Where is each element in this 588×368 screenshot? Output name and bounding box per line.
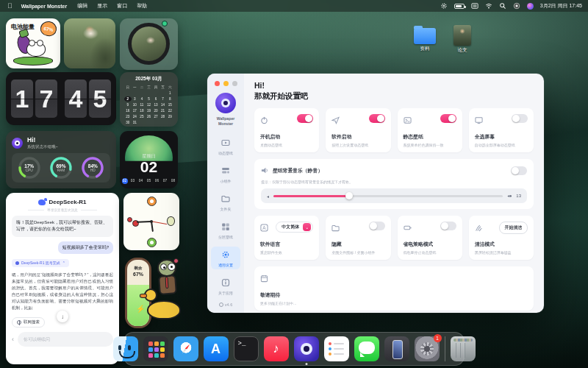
desktop-icon-file[interactable]: 论文 bbox=[446, 25, 478, 54]
language-select[interactable]: 中文简体⌄ bbox=[276, 222, 313, 233]
calendar-day[interactable]: 18 bbox=[138, 108, 146, 113]
dock-icon-music[interactable] bbox=[264, 336, 289, 361]
calendar-day[interactable]: 16 bbox=[124, 108, 132, 113]
calendar-day[interactable]: 24 bbox=[132, 114, 139, 119]
calendar-day[interactable]: 31 bbox=[132, 120, 139, 125]
calendar-day[interactable]: 25 bbox=[138, 114, 146, 119]
menubar-clock[interactable]: 3月2日 周日 17:45 bbox=[540, 2, 582, 10]
start-clean-button[interactable]: 开始清洁 bbox=[499, 222, 528, 234]
close-button[interactable] bbox=[215, 81, 220, 86]
minimize-button[interactable] bbox=[223, 81, 229, 86]
calendar-day[interactable]: 5 bbox=[146, 96, 153, 102]
sidebar-item-动态壁纸[interactable]: 动态壁纸 bbox=[211, 135, 240, 158]
calendar-day[interactable]: 4 bbox=[138, 96, 146, 102]
input-source-icon[interactable] bbox=[471, 2, 478, 10]
battery-status-icon[interactable] bbox=[454, 4, 465, 9]
calendar-day[interactable] bbox=[152, 91, 159, 96]
menubar-app-name[interactable]: Wallpaper Monster bbox=[21, 4, 67, 9]
volume-slider-thumb[interactable] bbox=[345, 192, 353, 199]
apple-menu-icon[interactable]:  bbox=[7, 0, 12, 12]
dock-icon-wallpaper-monster[interactable] bbox=[294, 336, 319, 361]
calendar-day[interactable] bbox=[159, 91, 167, 96]
静态壁纸-toggle[interactable] bbox=[440, 114, 456, 123]
calendar-day[interactable]: 8 bbox=[166, 96, 173, 102]
calendar-day[interactable] bbox=[146, 91, 153, 96]
dock-icon-trash[interactable] bbox=[451, 336, 476, 361]
battery-art-widget[interactable]: 电池能量 67% bbox=[6, 18, 60, 68]
dock-icon-reminders[interactable] bbox=[324, 336, 349, 361]
calendar-day[interactable] bbox=[124, 91, 132, 96]
calendar-day[interactable]: 13 bbox=[152, 102, 159, 107]
隐藏-toggle[interactable] bbox=[369, 222, 385, 230]
calendar-day[interactable]: 7 bbox=[159, 96, 167, 102]
calendar-day[interactable]: 11 bbox=[138, 102, 146, 107]
photo-widget[interactable] bbox=[64, 18, 115, 68]
menu-item[interactable]: 显示 bbox=[97, 2, 107, 10]
calendar-day[interactable]: 30 bbox=[124, 120, 132, 125]
deepseek-input[interactable] bbox=[18, 332, 113, 347]
sidebar-item-关于应用[interactable]: 关于应用 bbox=[211, 275, 240, 297]
calendar-day[interactable]: 26 bbox=[146, 114, 153, 119]
siri-icon[interactable] bbox=[527, 3, 534, 10]
calendar-day[interactable]: 22 bbox=[166, 108, 173, 113]
calendar-day[interactable]: 17 bbox=[132, 108, 139, 113]
zoom-button[interactable] bbox=[232, 81, 237, 86]
web-search-chip[interactable]: 联网搜索 bbox=[12, 317, 45, 328]
dock-icon-terminal[interactable] bbox=[234, 336, 259, 361]
sidebar-item-小组件[interactable]: 小组件 bbox=[211, 163, 240, 185]
calendar-day[interactable] bbox=[138, 91, 146, 96]
dock-icon-finder[interactable] bbox=[113, 336, 138, 361]
全选屏幕-toggle[interactable] bbox=[512, 114, 528, 123]
music-toggle[interactable] bbox=[511, 166, 527, 175]
thinking-status-chip[interactable]: DeepSeek-R1 思考完成 ⌃ bbox=[12, 259, 69, 267]
menu-item[interactable]: 帮助 bbox=[137, 2, 147, 10]
date-widget[interactable]: 星期日 02 02030405060708 bbox=[120, 131, 178, 188]
calendar-day[interactable]: 3 bbox=[132, 96, 139, 102]
sidebar-item-通用设置[interactable]: 通用设置 bbox=[211, 247, 240, 269]
calendar-day[interactable]: 23 bbox=[124, 114, 132, 119]
calendar-day[interactable]: 14 bbox=[159, 102, 167, 107]
calendar-day[interactable]: 15 bbox=[166, 102, 173, 107]
省电策略模式-toggle[interactable] bbox=[440, 222, 456, 230]
calendar-day[interactable]: 6 bbox=[152, 96, 159, 102]
calendar-day[interactable] bbox=[132, 91, 139, 96]
calendar-day[interactable]: 9 bbox=[124, 102, 132, 107]
volume-high-icon[interactable]: ◂⦁ bbox=[507, 193, 512, 199]
sidebar-item-分区壁纸[interactable]: 分区壁纸 bbox=[211, 219, 240, 241]
calendar-day[interactable]: 20 bbox=[152, 108, 159, 113]
circle-photo-widget[interactable] bbox=[120, 18, 178, 70]
dock-icon-safari[interactable] bbox=[173, 336, 198, 361]
calendar-day[interactable]: 2 bbox=[124, 96, 132, 102]
dock-icon-settings[interactable]: 1 bbox=[415, 336, 440, 361]
dock-icon-launchpad[interactable] bbox=[143, 336, 168, 361]
dock-icon-iphone-mirroring[interactable] bbox=[384, 336, 409, 361]
dock-icon-app-store[interactable] bbox=[204, 336, 229, 361]
calendar-day[interactable]: 21 bbox=[159, 108, 167, 113]
开机启动-toggle[interactable] bbox=[297, 114, 313, 123]
calendar-day[interactable]: 1 bbox=[166, 91, 173, 96]
dock-icon-messages[interactable] bbox=[354, 336, 379, 361]
menu-item[interactable]: 窗口 bbox=[117, 2, 127, 10]
gear-menu-icon[interactable] bbox=[440, 2, 448, 10]
calendar-day[interactable]: 19 bbox=[146, 108, 153, 113]
volume-slider[interactable] bbox=[273, 195, 503, 197]
calendar-day[interactable]: 10 bbox=[132, 102, 139, 107]
软件启动-toggle[interactable] bbox=[369, 114, 385, 123]
calendar-day[interactable]: 28 bbox=[159, 114, 167, 119]
calendar-day[interactable]: 12 bbox=[146, 102, 153, 107]
deepseek-widget[interactable]: DeepSeek-R1 登录后查看历史消息 嗨！我是DeepSeek，我可以帮你… bbox=[6, 193, 119, 364]
menu-item[interactable]: 编辑 bbox=[77, 2, 87, 10]
battery-zombie-widget[interactable]: 剩余 67% ⚡ bbox=[125, 255, 188, 336]
sidebar-item-文件夹[interactable]: 文件夹 bbox=[211, 191, 240, 213]
volume-low-icon[interactable]: ◂ bbox=[267, 194, 269, 199]
calendar-day[interactable]: 27 bbox=[152, 114, 159, 119]
desktop-icon-folder[interactable]: 资料 bbox=[409, 28, 441, 52]
calendar-widget[interactable]: 2025年 03月 日一二三四五六12345678910111213141516… bbox=[120, 72, 178, 127]
menu-extra-app-icon[interactable] bbox=[513, 2, 520, 10]
calendar-day[interactable]: 29 bbox=[166, 114, 173, 119]
search-icon[interactable] bbox=[499, 2, 506, 10]
back-chevron-icon[interactable]: ‹ bbox=[12, 336, 14, 343]
wifi-icon[interactable] bbox=[485, 2, 492, 10]
cartoon-clock-widget[interactable] bbox=[123, 193, 179, 250]
flip-clock-widget[interactable]: 1745 bbox=[6, 72, 116, 125]
